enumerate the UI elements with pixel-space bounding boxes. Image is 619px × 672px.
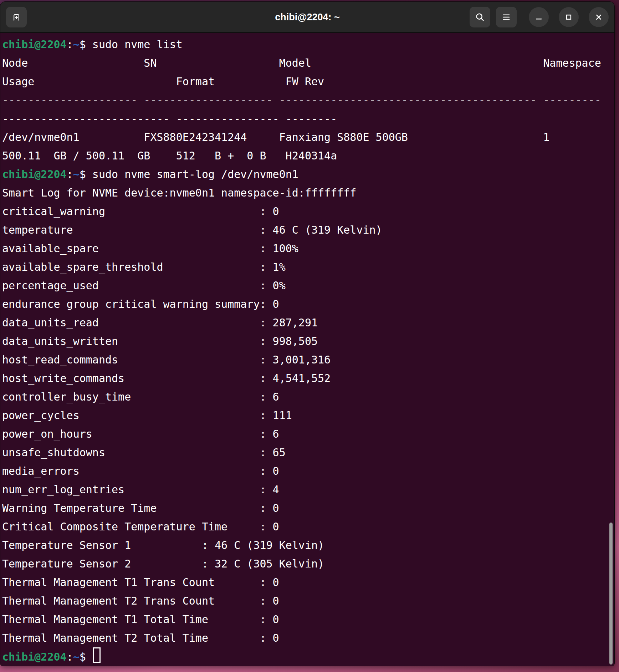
- terminal-line: 500.11 GB / 500.11 GB 512 B + 0 B H24031…: [2, 147, 614, 165]
- terminal-line: Warning Temperature Time : 0: [2, 499, 614, 518]
- terminal-line: critical_warning : 0: [2, 202, 614, 221]
- terminal-line: endurance group critical warning summary…: [2, 295, 614, 314]
- terminal-line: chibi@2204:~$ sudo nvme list: [2, 35, 614, 54]
- terminal-cursor: [93, 647, 101, 663]
- terminal-line: --------------------- ------------------…: [2, 91, 614, 110]
- new-tab-icon: [11, 12, 22, 22]
- titlebar[interactable]: chibi@2204: ~: [0, 2, 614, 33]
- terminal-line: num_err_log_entries : 4: [2, 480, 614, 499]
- terminal-line: Thermal Management T2 Total Time : 0: [2, 629, 614, 647]
- terminal-line: controller_busy_time : 6: [2, 388, 614, 406]
- window-title: chibi@2204: ~: [275, 12, 340, 23]
- search-button[interactable]: [470, 7, 490, 27]
- terminal-line: Thermal Management T1 Total Time : 0: [2, 610, 614, 629]
- titlebar-controls: [470, 7, 609, 27]
- new-tab-button[interactable]: [6, 7, 27, 27]
- terminal-line: /dev/nvme0n1 FXS880E242341244 Fanxiang S…: [2, 128, 614, 147]
- terminal-line: Usage Format FW Rev: [2, 72, 614, 91]
- minimize-button[interactable]: [529, 7, 549, 27]
- terminal-line: Thermal Management T1 Trans Count : 0: [2, 573, 614, 592]
- terminal-line: host_read_commands : 3,001,316: [2, 351, 614, 369]
- terminal-line: available_spare_threshold : 1%: [2, 258, 614, 276]
- terminal-line: data_units_written : 998,505: [2, 332, 614, 351]
- terminal-screen[interactable]: chibi@2204:~$ sudo nvme listNode SN Mode…: [0, 33, 614, 666]
- terminal-line: unsafe_shutdowns : 65: [2, 443, 614, 462]
- terminal-line: media_errors : 0: [2, 462, 614, 480]
- terminal-line: -------------------------- -------------…: [2, 110, 614, 128]
- terminal-window: chibi@2204: ~: [0, 1, 615, 666]
- close-button[interactable]: [589, 7, 609, 27]
- terminal-line: Temperature Sensor 2 : 32 C (305 Kelvin): [2, 555, 614, 573]
- terminal-line: power_on_hours : 6: [2, 425, 614, 443]
- terminal-line: chibi@2204:~$: [2, 647, 614, 666]
- terminal-line: Node SN Model Namespace: [2, 54, 614, 72]
- terminal-line: Thermal Management T2 Trans Count : 0: [2, 592, 614, 610]
- terminal-line: temperature : 46 C (319 Kelvin): [2, 221, 614, 239]
- terminal-line: chibi@2204:~$ sudo nvme smart-log /dev/n…: [2, 165, 614, 184]
- maximize-button[interactable]: [559, 7, 579, 27]
- terminal-line: data_units_read : 287,291: [2, 314, 614, 332]
- terminal-line: Smart Log for NVME device:nvme0n1 namesp…: [2, 184, 614, 202]
- terminal-line: Temperature Sensor 1 : 46 C (319 Kelvin): [2, 536, 614, 555]
- terminal-line: available_spare : 100%: [2, 239, 614, 258]
- hamburger-menu-icon: [501, 12, 512, 22]
- terminal-line: Critical Composite Temperature Time : 0: [2, 518, 614, 536]
- maximize-icon: [564, 12, 574, 22]
- close-icon: [594, 12, 604, 22]
- scrollbar-thumb[interactable]: [609, 523, 613, 665]
- terminal-line: percentage_used : 0%: [2, 276, 614, 295]
- terminal-line: host_write_commands : 4,541,552: [2, 369, 614, 388]
- search-icon: [475, 12, 485, 22]
- terminal-line: power_cycles : 111: [2, 406, 614, 425]
- menu-button[interactable]: [496, 7, 517, 27]
- minimize-icon: [534, 12, 544, 22]
